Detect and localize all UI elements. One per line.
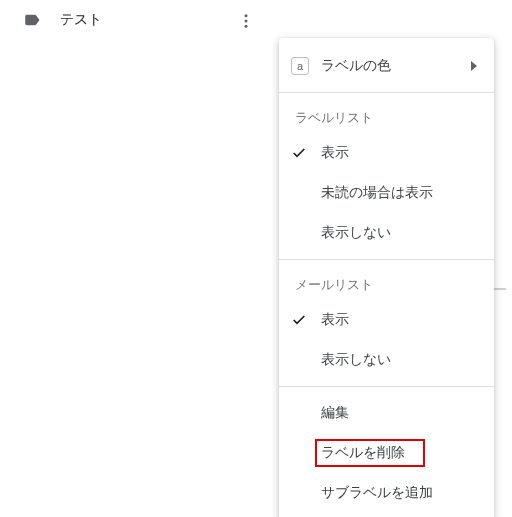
menu-item-delete-label[interactable]: ラベルを削除: [279, 433, 494, 473]
section-header-mail-list: メールリスト: [279, 266, 494, 300]
check-icon: [291, 145, 321, 161]
menu-item-label: 表示しない: [321, 351, 478, 369]
background-divider: [492, 288, 506, 290]
menu-item-labellist-show[interactable]: 表示: [279, 133, 494, 173]
more-vert-icon: [237, 12, 255, 30]
sidebar: テスト: [0, 0, 280, 517]
svg-point-1: [245, 20, 248, 23]
menu-divider: [279, 92, 494, 93]
menu-item-label: 表示: [321, 144, 478, 162]
more-options-button[interactable]: [230, 5, 262, 37]
menu-item-maillist-show[interactable]: 表示: [279, 300, 494, 340]
color-badge-icon: a: [291, 57, 321, 75]
check-icon: [291, 312, 321, 328]
menu-item-label: ラベルの色: [321, 57, 462, 75]
menu-item-label: 未読の場合は表示: [321, 184, 478, 202]
svg-point-2: [245, 25, 248, 28]
menu-item-labellist-show-if-unread[interactable]: 未読の場合は表示: [279, 173, 494, 213]
menu-item-add-sublabel[interactable]: サブラベルを追加: [279, 473, 494, 513]
label-context-menu: a ラベルの色 ラベルリスト 表示 未読の場合は表示 表示しない メールリスト …: [279, 38, 494, 517]
menu-item-edit[interactable]: 編集: [279, 393, 494, 433]
section-header-label-list: ラベルリスト: [279, 99, 494, 133]
menu-item-label: サブラベルを追加: [321, 484, 478, 502]
menu-item-label: 表示: [321, 311, 478, 329]
svg-point-0: [245, 14, 248, 17]
menu-item-label: 編集: [321, 404, 478, 422]
label-icon: [22, 10, 42, 30]
menu-divider: [279, 386, 494, 387]
menu-item-label: 表示しない: [321, 224, 478, 242]
submenu-arrow-icon: [462, 61, 478, 71]
menu-item-maillist-hide[interactable]: 表示しない: [279, 340, 494, 380]
menu-item-label-color[interactable]: a ラベルの色: [279, 46, 494, 86]
menu-item-labellist-hide[interactable]: 表示しない: [279, 213, 494, 253]
menu-divider: [279, 259, 494, 260]
menu-item-label: ラベルを削除: [321, 444, 478, 462]
